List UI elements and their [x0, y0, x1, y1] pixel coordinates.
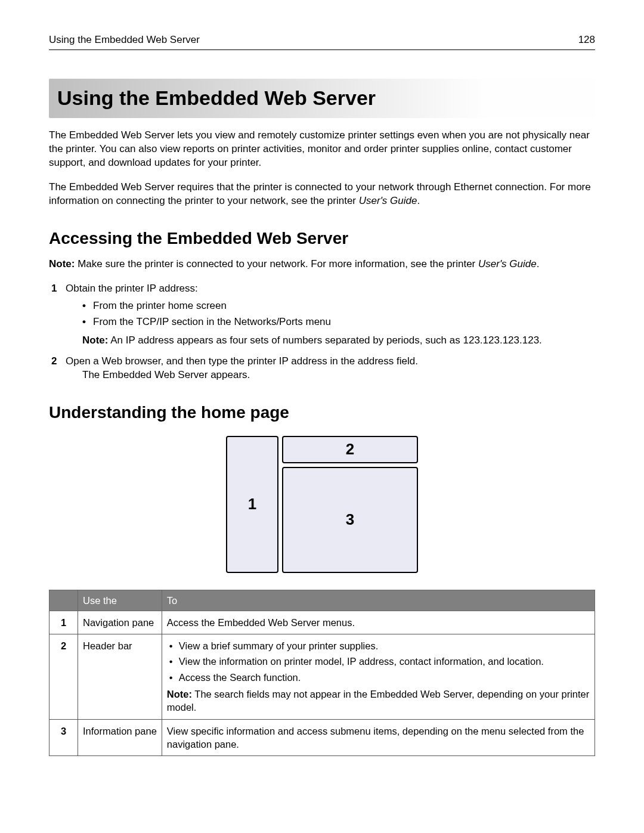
step-1-bullets: From the printer home screen From the TC… — [66, 299, 595, 329]
step-2-sub: The Embedded Web Server appears. — [66, 368, 595, 382]
running-title: Using the Embedded Web Server — [49, 33, 200, 47]
intro-p2-italic: User's Guide — [359, 195, 417, 206]
section-heading-home: Understanding the home page — [49, 401, 595, 424]
row-2-bullet-1: View a brief summary of your printer sup… — [169, 639, 590, 652]
row-2-note: Note: The search fields may not appear i… — [167, 688, 590, 714]
row-2-bullet-2: View the information on printer model, I… — [169, 655, 590, 668]
row-1-index: 1 — [49, 611, 78, 634]
diagram-right-column: 2 3 — [282, 436, 418, 573]
note-label: Note: — [49, 258, 75, 270]
page-title: Using the Embedded Web Server — [49, 79, 595, 118]
diagram-pane-2: 2 — [282, 436, 418, 463]
table-row: 1 Navigation pane Access the Embedded We… — [49, 611, 595, 634]
row-2-note-text: The search fields may not appear in the … — [167, 689, 589, 713]
running-header: Using the Embedded Web Server 128 — [49, 33, 595, 50]
step-1-bullet-2: From the TCP/IP section in the Networks/… — [82, 315, 595, 329]
step-1: 1 Obtain the printer IP address: From th… — [49, 282, 595, 348]
row-3-to: View specific information and access sub… — [162, 719, 595, 756]
table-header-row: Use the To — [49, 590, 595, 611]
subnote-text: An IP address appears as four sets of nu… — [108, 335, 541, 346]
subnote-label: Note: — [82, 335, 108, 346]
step-1-text: Obtain the printer IP address: — [66, 283, 198, 294]
intro-paragraph-1: The Embedded Web Server lets you view an… — [49, 129, 595, 170]
note-italic: User's Guide — [478, 258, 537, 270]
row-2-index: 2 — [49, 634, 78, 719]
step-2: 2 Open a Web browser, and then type the … — [49, 355, 595, 382]
step-1-bullet-1: From the printer home screen — [82, 299, 595, 313]
accessing-note: Note: Make sure the printer is connected… — [49, 258, 595, 271]
table-header-to: To — [162, 590, 595, 611]
step-1-number: 1 — [51, 282, 57, 296]
step-1-subnote: Note: An IP address appears as four sets… — [66, 334, 595, 348]
note-text-a: Make sure the printer is connected to yo… — [75, 258, 478, 270]
row-2-bullet-3: Access the Search function. — [169, 671, 590, 684]
step-2-number: 2 — [51, 355, 57, 368]
row-3-index: 3 — [49, 719, 78, 756]
page-content: Using the Embedded Web Server 128 Using … — [0, 0, 644, 756]
steps-list: 1 Obtain the printer IP address: From th… — [49, 282, 595, 382]
row-2-to: View a brief summary of your printer sup… — [162, 634, 595, 719]
row-2-note-label: Note: — [167, 689, 192, 699]
diagram-pane-3: 3 — [282, 467, 418, 573]
intro-p2-b: . — [417, 195, 420, 206]
home-page-table: Use the To 1 Navigation pane Access the … — [49, 590, 595, 756]
table-header-use: Use the — [78, 590, 162, 611]
diagram-container: 1 2 3 — [49, 436, 595, 573]
table-row: 2 Header bar View a brief summary of you… — [49, 634, 595, 719]
row-2-bullets: View a brief summary of your printer sup… — [167, 639, 590, 684]
diagram-pane-1: 1 — [226, 436, 278, 573]
layout-diagram: 1 2 3 — [226, 436, 418, 573]
section-heading-accessing: Accessing the Embedded Web Server — [49, 227, 595, 250]
row-3-use: Information pane — [78, 719, 162, 756]
page-number: 128 — [578, 33, 595, 47]
row-1-to: Access the Embedded Web Server menus. — [162, 611, 595, 634]
table-header-blank — [49, 590, 78, 611]
intro-p2-a: The Embedded Web Server requires that th… — [49, 181, 591, 206]
note-text-b: . — [537, 258, 540, 270]
row-2-use: Header bar — [78, 634, 162, 719]
table-row: 3 Information pane View specific informa… — [49, 719, 595, 756]
intro-paragraph-2: The Embedded Web Server requires that th… — [49, 181, 595, 208]
step-2-text: Open a Web browser, and then type the pr… — [66, 355, 418, 367]
row-1-use: Navigation pane — [78, 611, 162, 634]
